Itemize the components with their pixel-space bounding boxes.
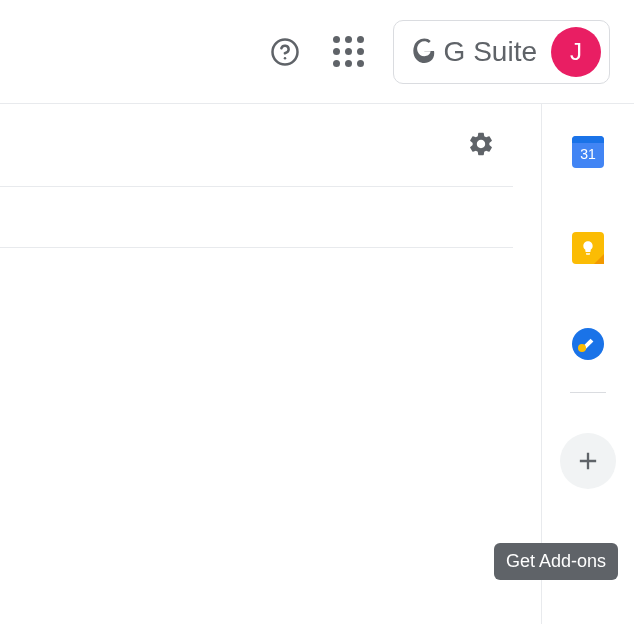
tasks-button[interactable] — [570, 326, 606, 362]
account-switcher[interactable]: G Suite J — [393, 20, 610, 84]
gsuite-text: G Suite — [444, 36, 537, 68]
gsuite-label: G Suite — [410, 36, 537, 68]
avatar: J — [551, 27, 601, 77]
gear-icon — [467, 130, 495, 158]
content-area — [0, 104, 542, 624]
tooltip-text: Get Add-ons — [506, 551, 606, 571]
calendar-button[interactable]: 31 — [570, 134, 606, 170]
plus-icon — [574, 447, 602, 475]
side-divider — [570, 392, 606, 393]
addons-tooltip: Get Add-ons — [494, 543, 618, 580]
toolbar — [0, 104, 541, 174]
apps-grid-icon[interactable] — [329, 32, 369, 72]
calendar-day: 31 — [580, 146, 596, 162]
divider — [0, 186, 513, 187]
svg-point-1 — [283, 57, 286, 60]
keep-icon — [572, 232, 604, 264]
help-icon[interactable] — [265, 32, 305, 72]
divider — [0, 247, 513, 248]
avatar-initial: J — [570, 38, 582, 66]
get-addons-button[interactable] — [560, 433, 616, 489]
tasks-icon — [572, 328, 604, 360]
calendar-icon: 31 — [572, 136, 604, 168]
header: G Suite J — [0, 0, 634, 104]
keep-button[interactable] — [570, 230, 606, 266]
google-g-icon — [410, 37, 440, 67]
settings-button[interactable] — [461, 124, 501, 164]
